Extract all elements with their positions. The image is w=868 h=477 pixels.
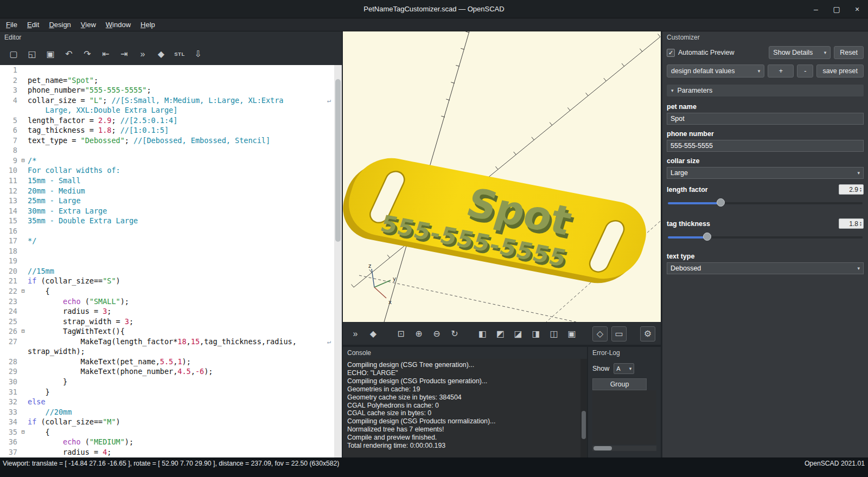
length-factor-spinbox[interactable]: 2.9 ▴▾ [839, 184, 864, 195]
code-row[interactable]: 1535mm - Double Extra Large [0, 216, 334, 226]
view-back-icon[interactable]: ▣ [565, 327, 579, 341]
code-row[interactable]: 16 [0, 226, 334, 236]
view-front-icon[interactable]: ◫ [547, 327, 561, 341]
perspective-icon[interactable]: ◇ [592, 326, 608, 341]
code-row[interactable]: 35⊟ { [0, 427, 334, 437]
preview-icon[interactable]: » [348, 327, 362, 341]
save-icon[interactable]: ▣ [43, 47, 58, 61]
code-row[interactable]: 27 MakeTag(length_factor*18,15,tag_thick… [0, 337, 334, 347]
code-row[interactable]: 18 [0, 246, 334, 256]
slider-thumb[interactable] [703, 233, 711, 241]
code-row[interactable]: 30 } [0, 377, 334, 387]
slider-thumb[interactable] [717, 198, 725, 207]
log-level-filter-select[interactable]: A ▾ [614, 363, 634, 374]
editor-scrollbar[interactable] [334, 65, 342, 457]
code-row[interactable]: Large, XXL:Double Extra Large] [0, 105, 334, 115]
show-details-select[interactable]: Show Details ▾ [769, 46, 831, 59]
zoom-all-icon[interactable]: ⊡ [394, 327, 408, 341]
parameters-section-header[interactable]: ▾ Parameters [667, 85, 864, 96]
code-row[interactable]: 1325mm - Large [0, 196, 334, 206]
menu-help[interactable]: Help [136, 18, 160, 31]
minimize-button[interactable]: – [812, 5, 820, 14]
add-preset-button[interactable]: + [768, 65, 794, 78]
zoom-out-icon[interactable]: ⊖ [430, 327, 444, 341]
view-right-icon[interactable]: ◧ [475, 327, 489, 341]
redo-icon[interactable]: ↷ [80, 47, 94, 61]
code-row[interactable]: 23 echo ("SMALL"); [0, 296, 334, 307]
console-scrollbar[interactable] [580, 359, 587, 457]
group-column-header[interactable]: Group [592, 378, 647, 390]
code-row[interactable]: 28 MakeText(pet_name,5.5,1); [0, 357, 334, 367]
render-icon[interactable]: ◆ [366, 327, 380, 341]
spinner-arrows-icon[interactable]: ▴▾ [860, 221, 861, 227]
code-row[interactable]: 19 [0, 256, 334, 266]
code-row[interactable]: 26⊟ TagWithText(){ [0, 326, 334, 337]
code-row[interactable]: 36 echo ("MEDIUM"); [0, 437, 334, 447]
console-output[interactable]: Compiling design (CSG Tree generation)..… [343, 359, 580, 457]
code-row[interactable]: 33 //20mm [0, 407, 334, 417]
export-stl-icon[interactable]: STL [173, 47, 187, 61]
unindent-icon[interactable]: ⇤ [99, 47, 113, 61]
menu-file[interactable]: File [1, 18, 22, 31]
code-row[interactable]: 21if (collar_size=="S") [0, 276, 334, 286]
code-row[interactable]: 9⊟/* [0, 156, 334, 166]
fold-marker-icon[interactable]: ⊟ [18, 427, 28, 437]
code-row[interactable]: 29 MakeText(phone_number,4.5,-6); [0, 366, 334, 377]
editor-scrollbar-thumb[interactable] [335, 79, 341, 242]
code-row[interactable]: 5length_factor = 2.9; //[2.5:0.1:4] [0, 115, 334, 126]
zoom-in-icon[interactable]: ⊕ [412, 327, 426, 341]
spinner-arrows-icon[interactable]: ▴▾ [860, 187, 861, 192]
code-row[interactable]: 8 [0, 145, 334, 156]
menu-design[interactable]: Design [44, 18, 75, 31]
open-folder-icon[interactable]: ◱ [25, 47, 39, 61]
fold-marker-icon[interactable]: ⊟ [18, 156, 28, 166]
indent-icon[interactable]: ⇥ [117, 47, 131, 61]
remove-preset-button[interactable]: - [797, 65, 813, 78]
code-row[interactable]: 10For collar widths of: [0, 165, 334, 176]
code-row[interactable]: 4collar_size = "L"; //[S:Small, M:Medium… [0, 95, 334, 106]
menu-edit[interactable]: Edit [22, 18, 44, 31]
code-row[interactable]: 20//15mm [0, 266, 334, 276]
preview-icon[interactable]: » [136, 47, 150, 61]
pet-name-input[interactable] [667, 113, 864, 125]
code-row[interactable]: 1 [0, 65, 334, 75]
reset-view-icon[interactable]: ↻ [448, 327, 462, 341]
print-icon[interactable]: ⇩ [191, 47, 205, 61]
errorlog-hscrollbar[interactable] [592, 446, 656, 451]
code-row[interactable]: 2pet_name="Spot"; [0, 75, 334, 86]
code-row[interactable]: 3phone_number="555-555-5555"; [0, 85, 334, 95]
console-scrollbar-thumb[interactable] [582, 411, 586, 439]
code-row[interactable]: 24 radius = 3; [0, 306, 334, 317]
code-row[interactable]: 32else [0, 397, 334, 407]
maximize-button[interactable]: ▢ [832, 5, 841, 14]
collar-size-select[interactable]: Large ▾ [667, 167, 864, 179]
code-row[interactable]: 7text_type = "Debossed"; //[Debossed, Em… [0, 136, 334, 146]
code-row[interactable]: 1430mm - Extra Large [0, 206, 334, 216]
code-row[interactable]: 17*/ [0, 236, 334, 246]
fold-marker-icon[interactable]: ⊟ [18, 326, 28, 337]
render-icon[interactable]: ◆ [154, 47, 168, 61]
close-button[interactable]: × [853, 5, 861, 14]
preset-select[interactable]: design default values ▾ [667, 65, 764, 78]
orthogonal-icon[interactable]: ▭ [611, 326, 627, 341]
reset-button[interactable]: Reset [834, 46, 864, 59]
code-row[interactable]: 6tag_thickness = 1.8; //[1:0.1:5] [0, 125, 334, 136]
code-row[interactable]: 1115mm - Small [0, 176, 334, 186]
tag-thickness-spinbox[interactable]: 1.8 ▴▾ [839, 218, 864, 229]
automatic-preview-checkbox[interactable]: ✓ [667, 49, 675, 57]
viewport-3d[interactable]: Spot Spot 555-555-5555 555-555-5555 z y … [343, 31, 661, 322]
code-row[interactable]: 37 radius = 4; [0, 447, 334, 457]
code-row[interactable]: 34if (collar_size=="M") [0, 417, 334, 427]
view-top-icon[interactable]: ◩ [493, 327, 507, 341]
measure-tool-icon[interactable]: ⚙ [640, 326, 655, 341]
text-type-select[interactable]: Debossed ▾ [667, 262, 864, 274]
code-row[interactable]: 1220mm - Medium [0, 186, 334, 196]
view-bottom-icon[interactable]: ◪ [511, 327, 525, 341]
save-preset-button[interactable]: save preset [816, 65, 864, 78]
code-row[interactable]: strap_width); [0, 346, 334, 357]
code-row[interactable]: 22⊟ { [0, 286, 334, 296]
menu-window[interactable]: Window [101, 18, 136, 31]
phone-number-input[interactable] [667, 140, 864, 152]
view-left-icon[interactable]: ◨ [529, 327, 543, 341]
tag-thickness-slider[interactable] [668, 232, 863, 243]
